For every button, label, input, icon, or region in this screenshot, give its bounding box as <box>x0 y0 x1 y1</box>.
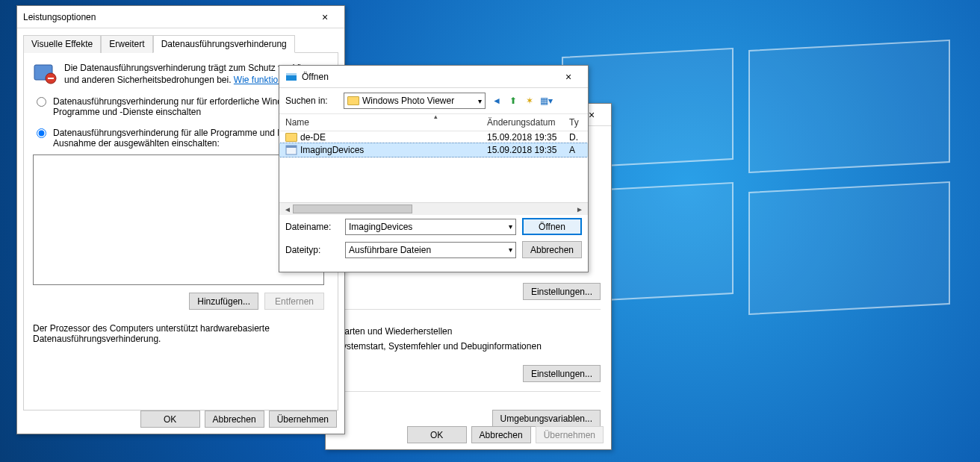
apply-button[interactable]: Übernehmen <box>269 411 337 428</box>
filename-value: ImagingDevices <box>349 222 412 232</box>
tab-advanced[interactable]: Erweitert <box>101 35 152 53</box>
scroll-left-icon[interactable]: ◄ <box>284 205 291 213</box>
exe-icon <box>285 144 297 156</box>
folder-icon <box>347 96 359 105</box>
filetype-combo[interactable]: Ausführbare Dateien ▾ <box>345 242 516 258</box>
apply-button: Übernehmen <box>536 426 604 443</box>
col-type[interactable]: Ty <box>569 117 582 128</box>
cancel-button[interactable]: Abbrechen <box>205 411 264 428</box>
window-title: Leistungsoptionen <box>23 12 96 22</box>
filetype-value: Ausführbare Dateien <box>349 245 431 255</box>
cancel-button[interactable]: Abbrechen <box>522 241 582 258</box>
scroll-right-icon[interactable]: ► <box>576 205 583 213</box>
filetype-label: Dateityp: <box>285 245 339 255</box>
ok-button[interactable]: OK <box>407 426 467 443</box>
processor-note: Der Prozessor des Computers unterstützt … <box>33 323 329 344</box>
group-title-startup: Starten und Wiederherstellen <box>336 326 601 337</box>
wallpaper-windows-logo <box>562 45 950 306</box>
tab-strip: Visuelle Effekte Erweitert Datenausführu… <box>17 28 344 52</box>
close-icon[interactable]: × <box>311 9 338 25</box>
window-titlebar[interactable]: Öffnen × <box>279 66 588 88</box>
chevron-down-icon: ▾ <box>509 222 512 231</box>
folder-icon <box>285 133 297 142</box>
settings-button-startup[interactable]: Einstellungen... <box>523 365 601 382</box>
close-icon[interactable]: × <box>555 69 582 85</box>
sort-indicator-icon: ▴ <box>434 113 438 120</box>
radio-dep-essential[interactable] <box>37 97 46 107</box>
file-type: D. <box>569 132 582 143</box>
file-name: ImagingDevices <box>300 145 364 155</box>
svg-rect-2 <box>48 78 54 79</box>
views-icon[interactable]: ▦▾ <box>539 94 553 107</box>
radio-dep-all[interactable] <box>37 128 46 138</box>
ok-button[interactable]: OK <box>140 411 200 428</box>
current-folder-name: Windows Photo Viewer <box>362 96 454 106</box>
up-icon[interactable]: ⬆ <box>506 94 520 107</box>
col-date[interactable]: Änderungsdatum <box>487 117 569 128</box>
window-title: Öffnen <box>302 72 329 82</box>
open-button[interactable]: Öffnen <box>522 218 582 235</box>
settings-button-top[interactable]: Einstellungen... <box>523 283 601 300</box>
env-variables-button[interactable]: Umgebungsvariablen... <box>492 410 601 427</box>
open-file-dialog: Öffnen × Suchen in: Windows Photo Viewer… <box>279 65 589 272</box>
filename-input[interactable]: ImagingDevices ▾ <box>345 219 516 235</box>
file-name: de-DE <box>300 132 326 143</box>
chevron-down-icon: ▾ <box>478 97 482 105</box>
file-row[interactable]: de-DE 15.09.2018 19:35 D. <box>279 131 588 143</box>
add-button[interactable]: Hinzufügen... <box>189 293 258 310</box>
back-icon[interactable]: ◄ <box>490 94 503 107</box>
search-in-combo[interactable]: Windows Photo Viewer ▾ <box>344 93 486 109</box>
svg-rect-4 <box>286 73 297 75</box>
tab-dep[interactable]: Datenausführungsverhinderung <box>153 35 295 53</box>
dep-shield-icon <box>33 62 57 86</box>
file-date: 15.09.2018 19:35 <box>487 145 569 155</box>
col-name[interactable]: Name <box>285 117 487 128</box>
cancel-button[interactable]: Abbrechen <box>471 426 531 443</box>
scrollbar-thumb[interactable] <box>293 205 412 213</box>
file-list[interactable]: de-DE 15.09.2018 19:35 D. ImagingDevices… <box>279 131 588 202</box>
search-in-label: Suchen in: <box>285 96 339 106</box>
remove-button: Entfernen <box>264 293 324 310</box>
file-list-header[interactable]: ▴ Name Änderungsdatum Ty <box>279 113 588 131</box>
app-icon <box>285 71 297 83</box>
file-type: A <box>569 145 582 155</box>
chevron-down-icon: ▾ <box>509 246 512 254</box>
nav-icons: ◄ ⬆ ✶ ▦▾ <box>490 94 553 107</box>
group-desc-startup: Systemstart, Systemfehler und Debuginfor… <box>336 341 601 352</box>
tab-visual-effects[interactable]: Visuelle Effekte <box>23 35 101 53</box>
file-date: 15.09.2018 19:35 <box>487 132 569 143</box>
new-folder-icon[interactable]: ✶ <box>523 94 536 107</box>
horizontal-scrollbar[interactable]: ◄ ► <box>279 202 588 215</box>
window-titlebar[interactable]: Leistungsoptionen × <box>17 6 344 28</box>
svg-rect-6 <box>286 146 297 148</box>
filename-label: Dateiname: <box>285 222 339 232</box>
file-row[interactable]: ImagingDevices 15.09.2018 19:35 A <box>279 143 588 157</box>
